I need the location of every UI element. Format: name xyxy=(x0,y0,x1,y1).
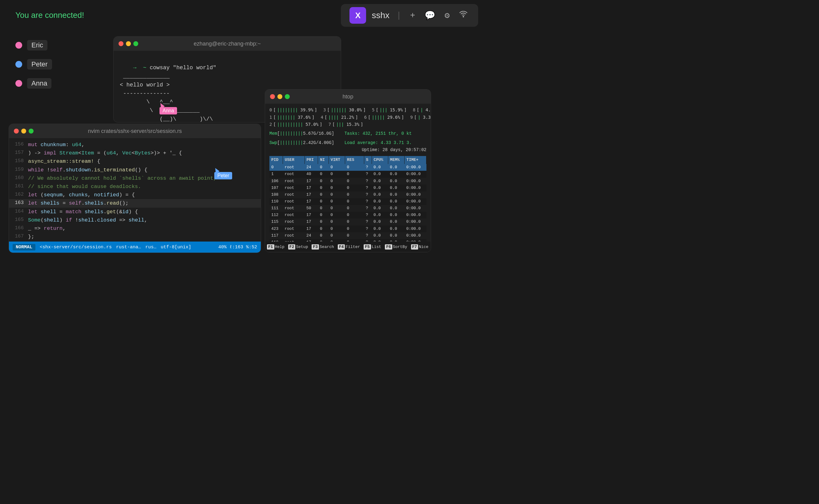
maximize-button[interactable] xyxy=(133,41,138,46)
nvim-title: nvim crates/sshx-server/src/session.rs xyxy=(88,128,182,134)
htop-cpu-bars: 0[|||||||| 39.9%] 3[|||||| 30.0%] 5[||| … xyxy=(269,107,427,128)
htop-mem-bar: Mem[|||||||||5.67G/16.0G] Tasks: 432, 21… xyxy=(269,130,427,137)
htop-setup-button[interactable]: F2Setup xyxy=(286,242,310,252)
nvim-line: 160 // We absolutely cannot hold `shells… xyxy=(9,174,261,182)
nvim-line: 165 Some(shell) if !shell.closed => shel… xyxy=(9,216,261,224)
top-bar: X sshx | + 💬 ⚙ xyxy=(0,0,819,31)
user-name-peter: Peter xyxy=(27,59,52,70)
user-dot-peter xyxy=(15,61,22,68)
htop-search-button[interactable]: F3Search xyxy=(310,242,335,252)
nvim-mode: NORMAL xyxy=(13,244,35,250)
htop-close-button[interactable] xyxy=(270,94,275,99)
htop-process-row[interactable]: 106root17000?0.00.00:00.0 xyxy=(269,178,427,185)
user-name-eric: Eric xyxy=(27,40,47,50)
htop-sortby-button[interactable]: F6SortBy xyxy=(383,242,409,252)
sshx-icon: X xyxy=(349,7,366,24)
htop-process-table: PID USER PRI NI VIRT RES S CPU% MEM% TIM… xyxy=(269,156,427,252)
htop-list-button[interactable]: F5List xyxy=(362,242,383,252)
nvim-file-info: <shx-server/src/session.rs xyxy=(40,245,112,250)
users-list: Eric Peter Anna xyxy=(15,40,52,89)
nvim-line: 158 async_stream::stream! { xyxy=(9,157,261,166)
sshx-label: sshx xyxy=(371,10,389,20)
htop-process-row[interactable]: 0root24000?0.00.00:00.0 xyxy=(269,164,427,171)
htop-window: htop 0[|||||||| 39.9%] 3[|||||| 30.0%] 5… xyxy=(265,89,431,252)
htop-process-row[interactable]: 111root50000?0.00.00:00.0 xyxy=(269,205,427,212)
svg-point-0 xyxy=(463,16,464,17)
nvim-editor[interactable]: 156 mut chunknum: u64, 157 ) -> impl Str… xyxy=(9,138,261,253)
htop-process-row[interactable]: 112root17000?0.00.00:00.0 xyxy=(269,212,427,218)
nvim-minimize-button[interactable] xyxy=(21,129,26,134)
nvim-titlebar: nvim crates/sshx-server/src/session.rs xyxy=(9,124,261,138)
terminal-prompt: → ~ xyxy=(133,65,150,71)
htop-bar-row: 1[||||||| 37.6%] 4[|||| 21.2%] 6[||||| 2… xyxy=(269,114,427,121)
user-dot-eric xyxy=(15,42,22,49)
traffic-lights xyxy=(118,41,138,46)
htop-process-row[interactable]: 108root17000?0.00.00:00.0 xyxy=(269,191,427,198)
terminal-output: ______________ < hello world > ---------… xyxy=(120,73,213,122)
htop-bar-row: 0[|||||||| 39.9%] 3[|||||| 30.0%] 5[||| … xyxy=(269,107,427,114)
htop-process-row[interactable]: 117root24000?0.00.00:00.0 xyxy=(269,232,427,239)
nvim-maximize-button[interactable] xyxy=(29,129,34,134)
nvim-filetype: rust-ana… xyxy=(116,245,141,250)
nvim-position: 40% ℓ:163 %:52 xyxy=(218,245,257,250)
htop-process-row[interactable]: 423root17000?0.00.00:00.0 xyxy=(269,226,427,232)
nvim-window: nvim crates/sshx-server/src/session.rs 1… xyxy=(9,124,261,253)
htop-title: htop xyxy=(342,94,353,100)
nvim-encoding: rus… xyxy=(145,245,156,250)
nvim-line: 167 }; xyxy=(9,233,261,241)
add-session-icon[interactable]: + xyxy=(408,9,417,22)
htop-traffic-lights xyxy=(270,94,290,99)
close-button[interactable] xyxy=(118,41,123,46)
terminal-title: ezhang@eric-zhang-mbp:~ xyxy=(194,41,261,47)
wifi-icon[interactable] xyxy=(457,8,470,23)
htop-table-header: PID USER PRI NI VIRT RES S CPU% MEM% TIM… xyxy=(269,156,427,164)
nvim-line: 162 let (seqnum, chunks, notified) = { xyxy=(9,191,261,199)
user-dot-anna xyxy=(15,80,22,87)
htop-minimize-button[interactable] xyxy=(277,94,282,99)
minimize-button[interactable] xyxy=(126,41,131,46)
toolbar: X sshx | + 💬 ⚙ xyxy=(341,4,478,27)
htop-nice-button[interactable]: F7Nice xyxy=(409,242,431,252)
nvim-line-current: 163 let shells = self.shells.read(); xyxy=(9,199,261,207)
htop-swp-bar: Swp[|||||||||2.42G/4.00G] Load average: … xyxy=(269,140,427,146)
htop-process-row[interactable]: 1root40000?0.00.00:00.0 xyxy=(269,171,427,178)
nvim-format: utf-8[unix] xyxy=(161,245,191,250)
user-item: Eric xyxy=(15,40,52,50)
htop-help-button[interactable]: F1Help xyxy=(265,242,286,252)
htop-tasks: Tasks: 432, 2151 thr, 0 kt xyxy=(344,131,412,136)
nvim-line: 161 // since that would cause deadlocks. xyxy=(9,182,261,191)
htop-bar-row: 2[|||||||||| 57.0%] 7[||| 15.3%] xyxy=(269,121,427,128)
terminal-titlebar: ezhang@eric-zhang-mbp:~ xyxy=(114,37,341,51)
htop-content[interactable]: 0[|||||||| 39.9%] 3[|||||| 30.0%] 5[||| … xyxy=(265,104,431,252)
htop-footer: F1Help F2Setup F3Search F4Filter F5List … xyxy=(265,242,431,252)
htop-load: Load average: 4.33 3.71 3. xyxy=(344,140,412,145)
htop-process-list: 0root24000?0.00.00:00.01root40000?0.00.0… xyxy=(269,164,427,252)
terminal-command: cowsay "hello world" xyxy=(150,65,216,71)
htop-filter-button[interactable]: F4Filter xyxy=(336,242,362,252)
user-item: Anna xyxy=(15,78,52,89)
nvim-line: 159 while !self.shutdown.is_terminated()… xyxy=(9,166,261,174)
nvim-line: 164 let shell = match shells.get(&id) { xyxy=(9,208,261,216)
htop-titlebar: htop xyxy=(265,90,431,104)
user-item: Peter xyxy=(15,59,52,70)
nvim-line: 166 _ => return, xyxy=(9,224,261,233)
htop-uptime: Uptime: 28 days, 20:57:02 xyxy=(269,147,427,154)
htop-maximize-button[interactable] xyxy=(285,94,290,99)
nvim-line: 156 mut chunknum: u64, xyxy=(9,141,261,149)
user-name-anna: Anna xyxy=(27,78,51,89)
nvim-traffic-lights xyxy=(14,129,34,134)
nvim-line: 157 ) -> impl Stream<Item = (u64, Vec<By… xyxy=(9,149,261,157)
settings-icon[interactable]: ⚙ xyxy=(443,8,452,22)
nvim-close-button[interactable] xyxy=(14,129,19,134)
nvim-statusbar: NORMAL <shx-server/src/session.rs rust-a… xyxy=(9,242,261,253)
htop-process-row[interactable]: 115root17000?0.00.00:00.0 xyxy=(269,218,427,225)
divider: | xyxy=(396,11,401,20)
chat-icon[interactable]: 💬 xyxy=(423,8,437,22)
htop-process-row[interactable]: 110root17000?0.00.00:00.0 xyxy=(269,198,427,205)
htop-process-row[interactable]: 107root17000?0.00.00:00.0 xyxy=(269,185,427,191)
